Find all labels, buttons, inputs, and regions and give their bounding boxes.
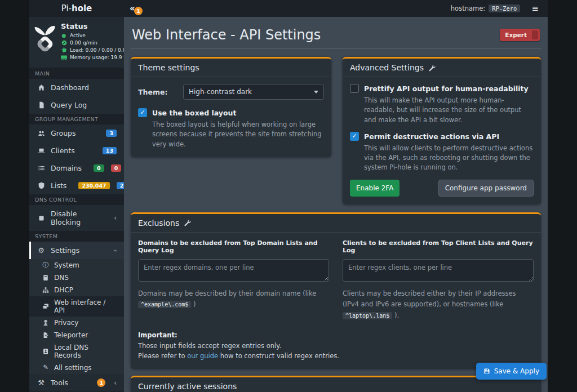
file-icon xyxy=(37,101,46,109)
destructive-actions-checkbox[interactable]: ✓ xyxy=(350,132,359,141)
page-title: Web Interface - API Settings xyxy=(132,27,321,43)
users-icon xyxy=(37,130,46,137)
memory-icon xyxy=(61,55,67,60)
screen: Pi-hole Status ● Active xyxy=(0,0,577,392)
sidebar-item-domains[interactable]: Domains 0 0 xyxy=(29,159,124,177)
sidebar: Pi-hole Status ● Active xyxy=(29,0,124,392)
excluded-clients-group: Clients to be excluded from Top Client L… xyxy=(343,239,534,322)
edit-icon: ✎ xyxy=(42,364,50,371)
sidebar-item-query-log[interactable]: Query Log xyxy=(29,96,124,114)
expert-mode-toggle[interactable]: Expert xyxy=(500,29,540,41)
sidebar-item-system[interactable]: ⓘ System xyxy=(29,259,124,271)
pihole-logo xyxy=(34,22,56,55)
excluded-domains-textarea[interactable] xyxy=(138,259,329,282)
sidebar-item-tools[interactable]: ⚒ Tools 1 ‹ xyxy=(29,374,124,391)
sidebar-item-all-settings[interactable]: ✎ All settings xyxy=(29,362,124,374)
hostname-display: hostname: RP-Zero xyxy=(451,5,521,12)
top-navbar: « 1 hostname: RP-Zero ≡ xyxy=(124,0,548,17)
exclusions-card: Exclusions Domains to be excluded from T… xyxy=(131,212,541,369)
update-notification-badge: 1 xyxy=(134,7,143,15)
advanced-settings-card: Advanced Settings Prettify API output fo… xyxy=(343,57,541,204)
configure-app-password-button[interactable]: Configure app password xyxy=(438,180,534,197)
laptop-icon xyxy=(37,147,46,154)
tools-icon: ⚒ xyxy=(37,379,46,386)
excluded-clients-textarea[interactable] xyxy=(343,259,534,282)
settings-submenu: ⓘ System DNS DHCP Web interface / API xyxy=(29,259,124,374)
list-icon xyxy=(37,164,46,172)
sidebar-item-teleporter[interactable]: Teleporter xyxy=(29,329,124,341)
prettify-api-checkbox[interactable] xyxy=(350,84,359,93)
boxed-layout-label: Use the boxed layout xyxy=(152,108,236,117)
hostname-label: hostname: xyxy=(451,5,485,12)
sitemap-icon xyxy=(42,287,50,293)
hostname-value: RP-Zero xyxy=(489,5,520,12)
destructive-actions-description: This will allow clients to perform destr… xyxy=(364,144,534,173)
tools-notification-badge: 1 xyxy=(97,378,105,387)
sidebar-item-local-dns-records[interactable]: Local DNS Records xyxy=(29,341,124,362)
save-apply-button[interactable]: Save & Apply xyxy=(476,363,547,380)
brand[interactable]: Pi-hole xyxy=(29,0,124,17)
sidebar-item-lists[interactable]: Lists 230,047 2 xyxy=(29,177,124,194)
address-book-icon xyxy=(42,348,50,355)
sidebar-item-dashboard[interactable]: Dashboard xyxy=(29,79,124,96)
theme-settings-card: Theme settings Theme: High-contrast dark xyxy=(131,57,331,157)
sidebar-item-disable-blocking[interactable]: Disable Blocking ‹ xyxy=(29,205,124,231)
active-dot-icon: ● xyxy=(61,33,67,38)
sidebar-item-groups[interactable]: Groups 3 xyxy=(29,124,124,142)
sidebar-item-web-interface-api[interactable]: Web interface / API xyxy=(29,296,124,317)
brand-bold: hole xyxy=(72,3,92,14)
excluded-domains-heading: Domains to be excluded from Top Domain L… xyxy=(138,239,329,254)
theme-card-header: Theme settings xyxy=(131,59,331,77)
status-title: Status xyxy=(61,22,119,30)
excluded-clients-heading: Clients to be excluded from Top Client L… xyxy=(343,239,534,254)
query-rate-icon xyxy=(61,40,67,46)
important-line1: Those input fields accept regex entries … xyxy=(138,341,534,351)
section-label-system: SYSTEM xyxy=(29,231,124,242)
section-label-group-management: GROUP MANAGEMENT xyxy=(29,114,124,124)
wrench-icon xyxy=(184,219,191,226)
main-area: « 1 hostname: RP-Zero ≡ Web Interface - … xyxy=(124,0,548,392)
file-export-icon xyxy=(42,332,50,338)
stop-icon xyxy=(37,215,46,222)
menu-icon[interactable]: ≡ xyxy=(531,3,539,14)
status-panel: Status ● Active 0.00 q/min Load: 0.00 / … xyxy=(29,17,124,68)
destructive-actions-label: Permit destructive actions via API xyxy=(364,132,499,141)
book-icon xyxy=(42,274,50,281)
excluded-domains-hint: Domains may be described by their domain… xyxy=(138,288,329,310)
sidebar-item-dns[interactable]: DNS xyxy=(29,271,124,284)
enable-2fa-button[interactable]: Enable 2FA xyxy=(350,180,400,197)
sidebar-item-dhcp[interactable]: DHCP xyxy=(29,284,124,296)
chevron-left-icon: ‹ xyxy=(114,380,117,386)
status-active: ● Active xyxy=(61,33,119,38)
lists-domains-badge: 230,047 xyxy=(78,182,109,189)
gears-icon: ⚙ xyxy=(37,247,46,254)
save-icon xyxy=(483,368,490,375)
select-caret-icon xyxy=(314,91,318,93)
wrench-icon xyxy=(428,64,436,72)
status-rate: 0.00 q/min xyxy=(61,40,119,46)
settings-cards-row: Theme settings Theme: High-contrast dark xyxy=(131,57,541,204)
info-icon: ⓘ xyxy=(42,262,50,269)
section-label-main: MAIN xyxy=(29,68,124,79)
sidebar-item-clients[interactable]: Clients 13 xyxy=(29,142,124,159)
sidebar-item-privacy[interactable]: Privacy xyxy=(29,317,124,329)
theme-select[interactable]: High-contrast dark xyxy=(183,84,324,100)
shield-icon xyxy=(37,182,46,189)
theme-label: Theme: xyxy=(138,88,183,96)
prettify-api-label: Prettify API output for human-readabilit… xyxy=(364,84,529,93)
clients-count-badge: 13 xyxy=(103,147,117,154)
chevron-left-icon: ‹ xyxy=(114,215,117,221)
theme-select-value: High-contrast dark xyxy=(189,88,252,96)
section-label-dns-control: DNS CONTROL xyxy=(29,194,124,205)
sidebar-item-settings[interactable]: ⚙ Settings ‹ xyxy=(29,242,124,259)
status-memory: Memory usage: 19.9 % xyxy=(61,55,119,60)
advanced-card-body: Prettify API output for human-readabilit… xyxy=(343,77,541,204)
sidebar-collapse-icon[interactable]: « 1 xyxy=(130,3,144,14)
boxed-app: Pi-hole Status ● Active xyxy=(29,0,548,392)
content: Web Interface - API Settings Expert Them… xyxy=(124,17,548,392)
advanced-card-header: Advanced Settings xyxy=(343,59,541,77)
lists-count-badge: 2 xyxy=(117,182,124,189)
prettify-api-description: This will make the API output more human… xyxy=(364,96,534,125)
our-guide-link[interactable]: our guide xyxy=(187,352,218,360)
boxed-layout-checkbox[interactable]: ✓ xyxy=(138,108,147,117)
